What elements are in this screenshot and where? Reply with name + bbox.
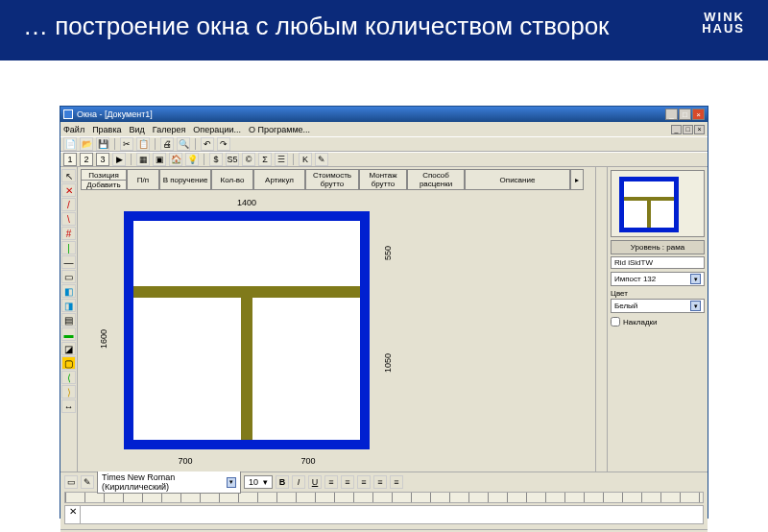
tool-line2-icon[interactable]: \ — [61, 212, 76, 226]
tool-pointer-icon[interactable]: ↖ — [61, 169, 76, 182]
col-article[interactable]: Артикул — [253, 169, 305, 190]
tab-3[interactable]: 3 — [96, 153, 109, 166]
s5-icon[interactable]: S5 — [226, 153, 239, 166]
align-right-button[interactable]: ≡ — [357, 475, 371, 489]
checkbox-input[interactable] — [611, 317, 620, 326]
tool-grid-icon[interactable]: # — [61, 227, 76, 240]
font-select[interactable]: Times New Roman (Кириллический) ▾ — [97, 471, 241, 494]
mdi-restore[interactable]: □ — [683, 125, 693, 134]
tool-box1-icon[interactable]: ▭ — [61, 270, 76, 283]
tool-redo-icon[interactable]: ↷ — [217, 137, 230, 151]
dim-left-section: 700 — [124, 456, 247, 466]
tab-1[interactable]: 1 — [63, 153, 77, 166]
tool-cut-icon[interactable]: ✂ — [120, 137, 133, 151]
menu-view[interactable]: Вид — [130, 125, 145, 134]
close-button[interactable]: × — [692, 109, 705, 120]
col-order[interactable]: В поручение — [159, 169, 211, 190]
col-qty[interactable]: Кол-во — [211, 169, 253, 190]
profile-field[interactable]: Rid iSidTW — [611, 256, 705, 269]
window-preview — [611, 170, 705, 237]
mullion-horizontal[interactable] — [133, 286, 360, 298]
tab-2[interactable]: 2 — [80, 153, 93, 166]
tool-copy-icon[interactable]: 📋 — [136, 137, 150, 151]
tool-preview-icon[interactable]: 🔍 — [177, 137, 190, 151]
menubar: Файл Правка Вид Галерея Операции... О Пр… — [60, 122, 708, 136]
mdi-minimize[interactable]: _ — [671, 125, 682, 134]
app-window: Окна - [Документ1] _ □ × Файл Правка Вид… — [60, 106, 708, 519]
tool-new-icon[interactable]: 📄 — [63, 137, 77, 151]
col-mount[interactable]: Монтаж брутто — [359, 169, 407, 190]
window-drawing[interactable]: 1400 1600 550 1050 700 700 — [105, 200, 421, 464]
list-icon[interactable]: ☰ — [275, 153, 288, 166]
house-icon[interactable]: 🏠 — [169, 153, 182, 166]
tool-cross-icon[interactable]: ✕ — [61, 183, 76, 197]
bold-button[interactable]: B — [276, 475, 289, 489]
tool-save-icon[interactable]: 💾 — [96, 137, 109, 151]
impost-select[interactable]: Импост 132 ▾ — [611, 272, 705, 286]
tool-misc3-icon[interactable]: ⟩ — [61, 385, 76, 399]
window-frame[interactable] — [124, 211, 370, 449]
col-pp[interactable]: П/п — [127, 169, 159, 190]
tool-yellow-icon[interactable]: ▢ — [61, 356, 76, 370]
tool-hline-icon[interactable]: — — [61, 255, 76, 269]
tool-vline-icon[interactable]: | — [61, 241, 76, 254]
fontbar-icon1[interactable]: ▭ — [64, 475, 78, 489]
sigma-icon[interactable]: Σ — [258, 153, 272, 166]
bulb-icon[interactable]: 💡 — [185, 153, 199, 166]
menu-gallery[interactable]: Галерея — [153, 125, 186, 134]
col-desc[interactable]: Описание — [465, 169, 570, 190]
tool-dim-icon[interactable]: ↔ — [61, 399, 76, 413]
col-scroll[interactable]: ▸ — [570, 169, 584, 190]
position-tab[interactable]: Позиция Добавить — [81, 169, 127, 190]
tool-misc1-icon[interactable]: ▤ — [61, 313, 76, 326]
window-glass — [133, 221, 360, 440]
menu-edit[interactable]: Правка — [92, 125, 121, 134]
tool-box2-icon[interactable]: ◧ — [61, 284, 76, 298]
menu-file[interactable]: Файл — [63, 125, 84, 134]
maximize-button[interactable]: □ — [679, 109, 691, 120]
fontbar-icon2[interactable]: ✎ — [81, 475, 94, 489]
italic-button[interactable]: I — [292, 475, 305, 489]
tool-line1-icon[interactable]: / — [61, 198, 76, 211]
dollar-icon[interactable]: $ — [209, 153, 223, 166]
align-left-button[interactable]: ≡ — [324, 475, 338, 489]
col-pricing[interactable]: Способ расценки — [407, 169, 465, 190]
minimize-button[interactable]: _ — [665, 109, 678, 120]
tool-box3-icon[interactable]: ◨ — [61, 299, 76, 312]
mullion-vertical[interactable] — [241, 298, 252, 440]
pencil-icon[interactable]: ✎ — [315, 153, 328, 166]
menu-operations[interactable]: Операции... — [193, 125, 241, 134]
dropdown-icon[interactable]: ▾ — [690, 274, 701, 284]
titlebar[interactable]: Окна - [Документ1] _ □ × — [60, 107, 708, 122]
size-select[interactable]: 10 ▾ — [244, 475, 273, 489]
bullets-button[interactable]: ≡ — [390, 475, 403, 489]
text-area[interactable] — [81, 506, 703, 523]
tool-rect-icon[interactable]: ▬ — [61, 327, 76, 341]
k-icon[interactable]: K — [299, 153, 312, 166]
mdi-close[interactable]: × — [694, 125, 705, 134]
grid-icon[interactable]: ▦ — [136, 153, 150, 166]
tool-undo-icon[interactable]: ↶ — [201, 137, 214, 151]
align-justify-button[interactable]: ≡ — [373, 475, 387, 489]
col-cost[interactable]: Стоимость брутто — [305, 169, 359, 190]
dropdown-icon[interactable]: ▾ — [227, 477, 236, 488]
tool-door-icon[interactable]: ◪ — [61, 342, 76, 355]
tool-print-icon[interactable]: 🖨 — [160, 137, 174, 151]
toolbar-main: 📄 📂 💾 ✂ 📋 🖨 🔍 ↶ ↷ — [60, 136, 708, 152]
tool-open-icon[interactable]: 📂 — [80, 137, 93, 151]
color-select[interactable]: Белый ▾ — [611, 299, 705, 313]
overlay-checkbox[interactable]: Накладки — [611, 317, 705, 326]
dropdown-icon[interactable]: ▾ — [690, 301, 701, 311]
copyright-icon[interactable]: © — [242, 153, 255, 166]
tool-misc2-icon[interactable]: ⟨ — [61, 371, 76, 384]
tab-next-icon[interactable]: ▶ — [112, 153, 126, 166]
dim-bottom-section: 1050 — [383, 296, 393, 430]
menu-about[interactable]: О Программе... — [249, 125, 310, 134]
slide-header: … построение окна с любым количеством ст… — [0, 0, 768, 60]
align-center-button[interactable]: ≡ — [341, 475, 354, 489]
vscrollbar[interactable] — [595, 167, 607, 472]
text-margin-icon[interactable]: ✕ — [65, 506, 81, 523]
layout-icon[interactable]: ▣ — [153, 153, 166, 166]
titlebar-text: Окна - [Документ1] — [77, 109, 665, 119]
underline-button[interactable]: U — [308, 475, 322, 489]
